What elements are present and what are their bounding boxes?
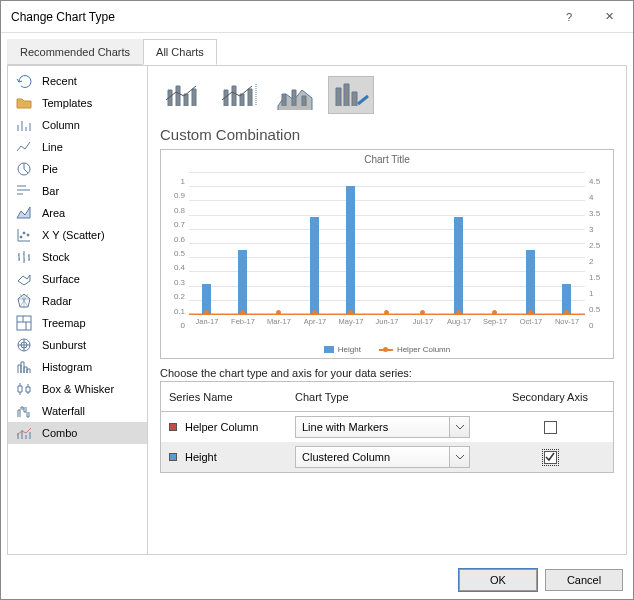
series-swatch (169, 453, 177, 461)
sidebar-item-surface[interactable]: Surface (8, 268, 147, 290)
sidebar-item-label: Waterfall (42, 405, 85, 417)
column-chart-icon (16, 117, 32, 133)
combo-subtype-row (160, 76, 614, 114)
close-button[interactable]: ✕ (589, 3, 629, 31)
help-button[interactable]: ? (549, 3, 589, 31)
series-name-cell: Height (169, 451, 295, 463)
chart-type-value: Line with Markers (296, 421, 449, 433)
sidebar-item-column[interactable]: Column (8, 114, 147, 136)
scatter-chart-icon (16, 227, 32, 243)
sidebar-item-bar[interactable]: Bar (8, 180, 147, 202)
sunburst-icon (16, 337, 32, 353)
col-chart-type: Chart Type (295, 391, 495, 403)
sidebar-item-sunburst[interactable]: Sunburst (8, 334, 147, 356)
tab-all-charts[interactable]: All Charts (143, 39, 217, 65)
sidebar-item-label: Pie (42, 163, 58, 175)
sidebar-item-label: Box & Whisker (42, 383, 114, 395)
sidebar-item-combo[interactable]: Combo (8, 422, 147, 444)
sidebar-item-label: Recent (42, 75, 77, 87)
svg-point-2 (23, 232, 25, 234)
legend-label: Helper Column (397, 345, 450, 354)
box-whisker-icon (16, 381, 32, 397)
sidebar-item-treemap[interactable]: Treemap (8, 312, 147, 334)
series-row[interactable]: Helper ColumnLine with Markers (161, 412, 613, 442)
sidebar-item-label: Radar (42, 295, 72, 307)
bar-chart-icon (16, 183, 32, 199)
sidebar-item-xy[interactable]: X Y (Scatter) (8, 224, 147, 246)
section-title: Custom Combination (160, 126, 614, 143)
series-row[interactable]: HeightClustered Column (161, 442, 613, 472)
series-table: Series Name Chart Type Secondary Axis He… (160, 381, 614, 473)
sidebar-item-recent[interactable]: Recent (8, 70, 147, 92)
change-chart-type-dialog: Change Chart Type ? ✕ Recommended Charts… (0, 0, 634, 600)
svg-rect-4 (17, 316, 31, 330)
legend-swatch-helper (379, 349, 393, 351)
waterfall-icon (16, 403, 32, 419)
sidebar-item-radar[interactable]: Radar (8, 290, 147, 312)
sidebar-item-waterfall[interactable]: Waterfall (8, 400, 147, 422)
titlebar: Change Chart Type ? ✕ (1, 1, 633, 33)
chart-type-select[interactable]: Clustered Column (295, 446, 470, 468)
sidebar-item-label: Histogram (42, 361, 92, 373)
sidebar-item-label: Area (42, 207, 65, 219)
series-name-cell: Helper Column (169, 421, 295, 433)
secondary-axis-checkbox[interactable] (544, 421, 557, 434)
tab-recommended[interactable]: Recommended Charts (7, 39, 143, 65)
col-series-name: Series Name (169, 391, 295, 403)
sidebar-item-label: Combo (42, 427, 77, 439)
combo-subtype-2[interactable] (216, 76, 262, 114)
chart-type-select[interactable]: Line with Markers (295, 416, 470, 438)
radar-chart-icon (16, 293, 32, 309)
sidebar-item-label: Surface (42, 273, 80, 285)
series-name-text: Helper Column (185, 421, 258, 433)
sidebar-item-label: Column (42, 119, 80, 131)
legend-swatch-height (324, 346, 334, 353)
series-table-header: Series Name Chart Type Secondary Axis (161, 382, 613, 412)
sidebar-item-pie[interactable]: Pie (8, 158, 147, 180)
line-chart-icon (16, 139, 32, 155)
sidebar-item-line[interactable]: Line (8, 136, 147, 158)
window-title: Change Chart Type (11, 10, 115, 24)
svg-point-1 (20, 236, 22, 238)
sidebar-item-boxwhisker[interactable]: Box & Whisker (8, 378, 147, 400)
chart-preview: Chart Title Jan-17Feb-17Mar-17Apr-17May-… (160, 149, 614, 359)
chart-legend: Height Helper Column (161, 345, 613, 354)
combo-subtype-custom[interactable] (328, 76, 374, 114)
combo-chart-icon (16, 425, 32, 441)
treemap-icon (16, 315, 32, 331)
sidebar-item-histogram[interactable]: Histogram (8, 356, 147, 378)
sidebar-item-stock[interactable]: Stock (8, 246, 147, 268)
col-secondary-axis: Secondary Axis (495, 391, 605, 403)
combo-subtype-1[interactable] (160, 76, 206, 114)
chart-category-sidebar: Recent Templates Column Line Pie Bar Are… (8, 66, 148, 554)
sidebar-item-label: X Y (Scatter) (42, 229, 105, 241)
pie-chart-icon (16, 161, 32, 177)
sidebar-item-label: Bar (42, 185, 59, 197)
series-swatch (169, 423, 177, 431)
histogram-icon (16, 359, 32, 375)
dialog-footer: OK Cancel (1, 561, 633, 599)
sidebar-item-label: Sunburst (42, 339, 86, 351)
tab-strip: Recommended Charts All Charts (1, 39, 633, 65)
legend-label: Height (338, 345, 361, 354)
sidebar-item-label: Line (42, 141, 63, 153)
chevron-down-icon (449, 417, 469, 437)
combo-subtype-3[interactable] (272, 76, 318, 114)
secondary-axis-checkbox[interactable] (544, 451, 557, 464)
svg-point-3 (27, 234, 29, 236)
cancel-button[interactable]: Cancel (545, 569, 623, 591)
series-name-text: Height (185, 451, 217, 463)
sidebar-item-label: Treemap (42, 317, 86, 329)
sidebar-item-area[interactable]: Area (8, 202, 147, 224)
sidebar-item-label: Stock (42, 251, 70, 263)
chart-type-value: Clustered Column (296, 451, 449, 463)
ok-button[interactable]: OK (459, 569, 537, 591)
area-chart-icon (16, 205, 32, 221)
sidebar-item-templates[interactable]: Templates (8, 92, 147, 114)
undo-icon (16, 73, 32, 89)
chevron-down-icon (449, 447, 469, 467)
main-panel: Custom Combination Chart Title Jan-17Feb… (148, 66, 626, 554)
folder-icon (16, 95, 32, 111)
surface-chart-icon (16, 271, 32, 287)
choose-series-label: Choose the chart type and axis for your … (160, 367, 614, 379)
